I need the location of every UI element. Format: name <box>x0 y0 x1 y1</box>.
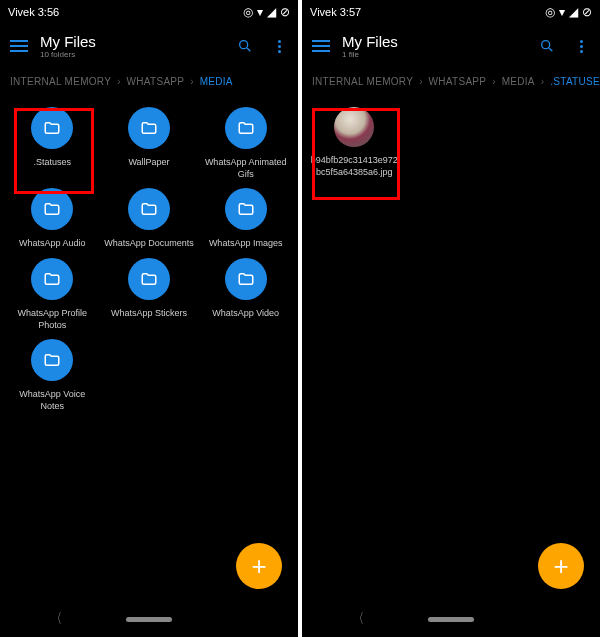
folder-label: WhatsApp Animated Gifs <box>201 157 291 180</box>
page-title: My Files <box>40 33 224 50</box>
folder-voice-notes[interactable]: WhatsApp Voice Notes <box>6 339 99 412</box>
status-icons: ◎ ▾ ◢ ⊘ <box>243 5 290 19</box>
folder-label: WhatsApp Voice Notes <box>7 389 97 412</box>
more-icon[interactable] <box>572 37 590 55</box>
nosim-icon: ⊘ <box>280 5 290 19</box>
folder-icon <box>225 107 267 149</box>
screen-right: Vivek 3:57 ◎ ▾ ◢ ⊘ My Files 1 file INTER… <box>302 0 600 637</box>
app-bar: My Files 1 file <box>302 24 600 68</box>
menu-icon[interactable] <box>10 40 28 52</box>
crumb-whatsapp[interactable]: WHATSAPP <box>429 76 487 87</box>
status-text: Vivek 3:57 <box>310 6 361 18</box>
vibrate-icon: ◎ <box>545 5 555 19</box>
folder-icon <box>225 258 267 300</box>
chevron-right-icon: › <box>492 76 495 87</box>
file-item[interactable]: b94bfb29c31413e972bc5f5a64385a6.jpg <box>308 107 401 178</box>
folder-documents[interactable]: WhatsApp Documents <box>103 188 196 250</box>
folder-audio[interactable]: WhatsApp Audio <box>6 188 99 250</box>
folder-icon <box>225 188 267 230</box>
folder-statuses[interactable]: .Statuses <box>6 107 99 180</box>
wifi-icon: ▾ <box>257 5 263 19</box>
folder-label: WhatsApp Audio <box>19 238 86 250</box>
fab-add[interactable]: + <box>236 543 282 589</box>
svg-point-0 <box>240 41 248 49</box>
folder-label: WhatsApp Profile Photos <box>7 308 97 331</box>
signal-icon: ◢ <box>267 5 276 19</box>
chevron-right-icon: › <box>541 76 544 87</box>
app-bar: My Files 10 folders <box>0 24 298 68</box>
file-grid: b94bfb29c31413e972bc5f5a64385a6.jpg <box>302 95 600 190</box>
status-bar: Vivek 3:56 ◎ ▾ ◢ ⊘ <box>0 0 298 24</box>
folder-icon <box>31 107 73 149</box>
nav-back-icon[interactable]: 〈 <box>354 610 364 628</box>
crumb-internal[interactable]: INTERNAL MEMORY <box>10 76 111 87</box>
nav-home-pill[interactable] <box>428 617 474 622</box>
status-text: Vivek 3:56 <box>8 6 59 18</box>
folder-icon <box>128 107 170 149</box>
page-subtitle: 10 folders <box>40 50 224 59</box>
folder-icon <box>128 258 170 300</box>
folder-icon <box>31 339 73 381</box>
page-subtitle: 1 file <box>342 50 526 59</box>
folder-images[interactable]: WhatsApp Images <box>199 188 292 250</box>
folder-video[interactable]: WhatsApp Video <box>199 258 292 331</box>
svg-line-1 <box>247 48 250 51</box>
folder-grid: .Statuses WallPaper WhatsApp Animated Gi… <box>0 95 298 425</box>
folder-animated-gifs[interactable]: WhatsApp Animated Gifs <box>199 107 292 180</box>
title-block: My Files 10 folders <box>40 33 224 59</box>
svg-point-2 <box>542 41 550 49</box>
crumb-media[interactable]: MEDIA <box>200 76 233 87</box>
plus-icon: + <box>553 551 568 582</box>
chevron-right-icon: › <box>117 76 120 87</box>
chevron-right-icon: › <box>419 76 422 87</box>
search-icon[interactable] <box>236 37 254 55</box>
nav-bar: 〈 <box>302 601 600 637</box>
breadcrumb: INTERNAL MEMORY › WHATSAPP › MEDIA <box>0 68 298 95</box>
crumb-statuses[interactable]: .STATUSES <box>550 76 600 87</box>
folder-label: WhatsApp Video <box>212 308 279 320</box>
file-label: b94bfb29c31413e972bc5f5a64385a6.jpg <box>309 155 399 178</box>
more-icon[interactable] <box>270 37 288 55</box>
folder-icon <box>31 188 73 230</box>
vibrate-icon: ◎ <box>243 5 253 19</box>
crumb-internal[interactable]: INTERNAL MEMORY <box>312 76 413 87</box>
breadcrumb: INTERNAL MEMORY › WHATSAPP › MEDIA › .ST… <box>302 68 600 95</box>
wifi-icon: ▾ <box>559 5 565 19</box>
nav-back-icon[interactable]: 〈 <box>52 610 62 628</box>
folder-label: WhatsApp Documents <box>104 238 194 250</box>
folder-stickers[interactable]: WhatsApp Stickers <box>103 258 196 331</box>
folder-label: WallPaper <box>128 157 169 169</box>
folder-label: WhatsApp Stickers <box>111 308 187 320</box>
crumb-whatsapp[interactable]: WHATSAPP <box>127 76 185 87</box>
folder-icon <box>128 188 170 230</box>
nav-home-pill[interactable] <box>126 617 172 622</box>
signal-icon: ◢ <box>569 5 578 19</box>
folder-label: .Statuses <box>34 157 72 169</box>
status-icons: ◎ ▾ ◢ ⊘ <box>545 5 592 19</box>
nav-bar: 〈 <box>0 601 298 637</box>
plus-icon: + <box>251 551 266 582</box>
status-bar: Vivek 3:57 ◎ ▾ ◢ ⊘ <box>302 0 600 24</box>
svg-line-3 <box>549 48 552 51</box>
search-icon[interactable] <box>538 37 556 55</box>
title-block: My Files 1 file <box>342 33 526 59</box>
nosim-icon: ⊘ <box>582 5 592 19</box>
page-title: My Files <box>342 33 526 50</box>
folder-label: WhatsApp Images <box>209 238 283 250</box>
folder-icon <box>31 258 73 300</box>
folder-wallpaper[interactable]: WallPaper <box>103 107 196 180</box>
fab-add[interactable]: + <box>538 543 584 589</box>
menu-icon[interactable] <box>312 40 330 52</box>
file-thumbnail <box>334 107 374 147</box>
crumb-media[interactable]: MEDIA <box>502 76 535 87</box>
folder-profile-photos[interactable]: WhatsApp Profile Photos <box>6 258 99 331</box>
screen-left: Vivek 3:56 ◎ ▾ ◢ ⊘ My Files 10 folders I… <box>0 0 298 637</box>
chevron-right-icon: › <box>190 76 193 87</box>
